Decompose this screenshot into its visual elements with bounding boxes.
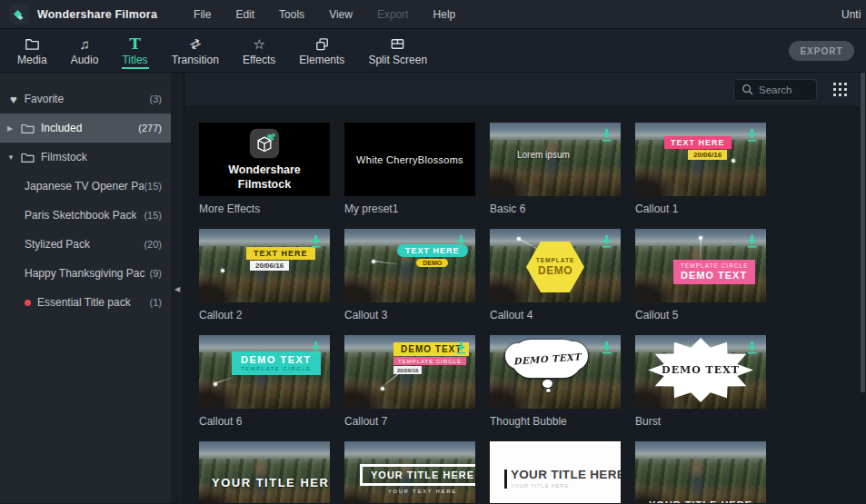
title-card-callout-7[interactable]: DEMO TEXTTEMPLATE CIRCLE20/06/16Callout … xyxy=(344,335,475,441)
pointer-dot xyxy=(517,237,521,241)
thumbnail: DEMO TEXTTEMPLATE CIRCLE20/06/16 xyxy=(344,335,475,409)
item-count: (1) xyxy=(150,297,171,308)
title-card-label: Callout 6 xyxy=(199,415,330,428)
item-count: (15) xyxy=(144,210,171,221)
title-overlay: YOUR TITLE HEREYOUR TITLE HERE xyxy=(504,469,621,489)
effects-star-icon: ☆ xyxy=(253,35,264,53)
title-card[interactable]: YOUR TITLE HEREYOUR TITLE HERE xyxy=(490,441,621,503)
grid-view-icon[interactable] xyxy=(833,83,848,97)
sidebar-item-label: Essential Title pack xyxy=(37,296,131,309)
title-card-callout-1[interactable]: TEXT HERE20/06/16Callout 1 xyxy=(635,123,766,229)
sidebar-item-label: Included xyxy=(41,122,82,134)
title-card-callout-6[interactable]: DEMO TEXTTEMPLATE CIRCLECallout 6 xyxy=(199,335,330,441)
tab-titles[interactable]: T Titles xyxy=(110,29,159,72)
thumbnail: TEXT HEREDEMO xyxy=(344,229,475,302)
sidebar-item-label: Filmstock xyxy=(41,151,87,163)
hexagon-shape: TEMPLATEDEMO xyxy=(526,242,584,292)
filmora-window: Wondershare Filmora FileEditToolsViewExp… xyxy=(0,0,866,504)
sidebar-item-happy-thanksgiving-pac[interactable]: Happy Thanksgiving Pac(9) xyxy=(0,259,171,288)
document-title: Unti xyxy=(841,0,866,29)
menu-item-tools[interactable]: Tools xyxy=(279,8,304,21)
menu-item-edit[interactable]: Edit xyxy=(235,8,254,21)
sample-text: Lorem ipsum xyxy=(517,150,570,160)
sidebar-item-essential-title-pack[interactable]: Essential Title pack(1) xyxy=(0,288,171,317)
sidebar-item-favorite[interactable]: ♥Favorite(3) xyxy=(0,84,171,114)
item-count: (277) xyxy=(138,123,171,133)
thumbnail: Lorem ipsum xyxy=(490,123,621,196)
tab-transition[interactable]: ⇄ Transition xyxy=(160,29,231,72)
sidebar-item-paris-sketchbook-pack[interactable]: Paris Sketchbook Pack(15) xyxy=(0,201,171,230)
title-text: YOUR TITLE HERE xyxy=(212,476,330,489)
expand-arrow-icon[interactable]: ▼ xyxy=(7,153,21,162)
subtitle-text: YOUR TEXT HERE xyxy=(388,489,457,494)
collapse-sidebar-arrow-icon[interactable]: ◀ xyxy=(171,282,184,296)
sidebar-item-label: Favorite xyxy=(25,93,64,105)
pointer-dot xyxy=(221,269,224,272)
pointer-dot xyxy=(214,382,217,386)
title-card-burst[interactable]: DEMO TEXTBurst xyxy=(635,335,766,441)
main-area: ♥Favorite(3)▶Included(277)▼FilmstockJapa… xyxy=(0,73,866,503)
download-icon[interactable] xyxy=(599,340,614,355)
tab-elements[interactable]: Elements xyxy=(287,29,356,72)
bubble-text: DEMO TEXT xyxy=(513,351,582,366)
callout-banner: 20/06/16 xyxy=(250,261,289,271)
download-icon[interactable] xyxy=(744,340,760,355)
menu-item-file[interactable]: File xyxy=(194,8,211,21)
burst-text: DEMO TEXT xyxy=(662,364,740,376)
title-card-more-effects[interactable]: WondershareFilmstockMore Effects xyxy=(199,123,330,229)
sidebar-item-label: Japanese TV Opener Pac xyxy=(25,180,144,193)
tab-audio[interactable]: ♫ Audio xyxy=(59,29,111,72)
tab-media[interactable]: Media xyxy=(5,29,59,72)
callout-text: DEMO TEXT xyxy=(241,354,312,365)
export-button[interactable]: EXPORT xyxy=(789,41,854,61)
download-icon[interactable] xyxy=(599,233,614,249)
callout-overlay: TEXT HERE20/06/16 xyxy=(246,247,315,271)
tab-label: Split Screen xyxy=(368,54,427,66)
content-panel: WondershareFilmstockMore EffectsWhite Ch… xyxy=(184,73,866,503)
pointer-dot xyxy=(732,159,735,163)
title-card-basic-6[interactable]: Lorem ipsumBasic 6 xyxy=(490,123,621,229)
sidebar-item-included[interactable]: ▶Included(277) xyxy=(0,114,171,143)
download-icon[interactable] xyxy=(308,233,324,249)
search-input[interactable] xyxy=(759,84,809,95)
tab-effects[interactable]: ☆ Effects xyxy=(231,29,287,72)
title-card-callout-2[interactable]: TEXT HERE20/06/16Callout 2 xyxy=(199,229,330,335)
download-icon[interactable] xyxy=(453,340,469,355)
burst-shape: DEMO TEXT xyxy=(648,338,753,402)
heart-icon: ♥ xyxy=(10,93,17,106)
item-count: (20) xyxy=(144,239,171,250)
callout-overlay: TEMPLATEDEMO xyxy=(526,242,584,292)
menu-item-view[interactable]: View xyxy=(329,8,353,21)
scrollbar-thumb[interactable] xyxy=(861,73,865,392)
title-card-callout-3[interactable]: TEXT HEREDEMOCallout 3 xyxy=(344,229,475,335)
filmstock-title-line: Wondershare xyxy=(228,163,301,176)
title-card-my-preset1[interactable]: White CherryBlossomsMy preset1 xyxy=(344,123,475,229)
download-icon[interactable] xyxy=(744,127,760,143)
title-card-label: Callout 3 xyxy=(344,309,475,321)
title-card-label: Callout 1 xyxy=(635,203,766,215)
callout-overlay: TEXT HERE20/06/16 xyxy=(664,136,732,160)
menu-item-export[interactable]: Export xyxy=(377,8,409,21)
title-card[interactable]: YOUR TITLE HERE xyxy=(199,441,330,503)
expand-arrow-icon[interactable]: ▶ xyxy=(7,124,21,133)
tab-split-screen[interactable]: Split Screen xyxy=(356,29,439,72)
title-card[interactable]: YOUR TITLE HEREYOUR TEXT HERE xyxy=(344,441,475,503)
menu-item-help[interactable]: Help xyxy=(433,8,456,21)
title-column: YOUR TITLE HEREYOUR TITLE HERE xyxy=(511,469,621,489)
download-icon[interactable] xyxy=(744,233,760,249)
title-card-callout-5[interactable]: TEMPLATE CIRCLEDEMO TEXTCallout 5 xyxy=(635,229,766,335)
title-card-thought-bubble[interactable]: DEMO TEXTThought Bubble xyxy=(490,335,621,441)
scrollbar-track xyxy=(860,73,866,503)
title-card-callout-4[interactable]: TEMPLATEDEMOCallout 4 xyxy=(490,229,621,335)
download-icon[interactable] xyxy=(308,340,324,355)
pointer-dot xyxy=(372,260,375,263)
search-box[interactable] xyxy=(733,79,817,101)
sidebar-item-filmstock[interactable]: ▼Filmstock xyxy=(0,143,171,172)
pointer-line xyxy=(701,239,702,262)
sidebar-item-japanese-tv-opener-pac[interactable]: Japanese TV Opener Pac(15) xyxy=(0,172,171,201)
download-icon[interactable] xyxy=(453,233,469,249)
sidebar-item-label: Paris Sketchbook Pack xyxy=(25,209,136,222)
title-card[interactable]: YOUR TITLE HERE xyxy=(635,441,766,503)
download-icon[interactable] xyxy=(599,127,614,143)
sidebar-item-stylized-pack[interactable]: Stylized Pack(20) xyxy=(0,230,171,259)
